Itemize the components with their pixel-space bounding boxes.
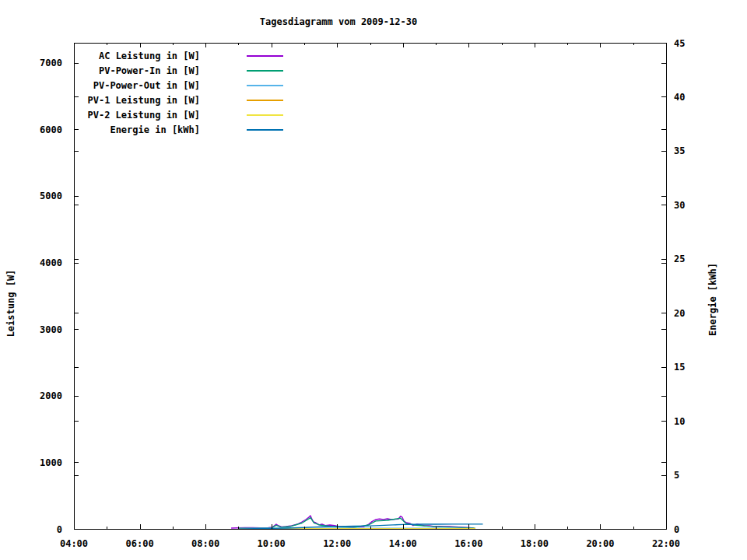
x-axis-tick-label: 22:00 [652,538,680,549]
legend-item-label: PV-2 Leistung in [W] [75,110,200,121]
y-left-tick-label: 4000 [40,257,62,268]
legend-item: PV-Power-Out in [W] [75,78,283,93]
legend-item-line-sample [247,129,283,131]
x-axis-tick-label: 08:00 [191,538,219,549]
y-right-tick-label: 45 [674,38,685,49]
legend-item-line-sample [247,114,283,116]
y-right-tick-label: 30 [674,200,685,211]
legend-item: PV-1 Leistung in [W] [75,93,283,107]
x-axis-tick-label: 10:00 [258,538,286,549]
y-right-tick-label: 40 [674,92,685,103]
legend-item: Energie in [kWh] [75,122,283,137]
chart-legend: AC Leistung in [W]PV-Power-In in [W]PV-P… [75,48,283,137]
x-axis-tick-label: 20:00 [586,538,614,549]
legend-item-label: AC Leistung in [W] [75,51,200,61]
legend-item-label: PV-Power-Out in [W] [75,80,200,91]
legend-item: PV-2 Leistung in [W] [75,107,283,122]
y-left-tick-label: 3000 [40,324,62,335]
y-right-tick-label: 5 [674,470,679,481]
y-left-tick-label: 1000 [40,457,62,468]
x-axis-tick-label: 04:00 [60,538,88,549]
y-right-tick-label: 0 [674,524,679,535]
legend-item-label: PV-Power-In in [W] [75,65,200,76]
legend-item-label: PV-1 Leistung in [W] [75,95,200,106]
y-right-tick-label: 15 [674,362,685,373]
legend-item-line-sample [247,100,283,101]
legend-item-line-sample [247,85,283,86]
y-left-tick-label: 5000 [40,191,62,201]
legend-item-line-sample [247,70,283,72]
chart-title: Tagesdiagramm vom 2009-12-30 [260,16,417,27]
x-axis-tick-label: 14:00 [389,538,417,549]
x-axis-tick-label: 06:00 [125,538,153,549]
y-right-tick-label: 35 [674,145,685,156]
y-right-tick-label: 10 [674,416,685,427]
y-right-axis-title: Energie [kWh] [707,263,718,336]
y-left-tick-label: 0 [57,524,62,535]
series-line-2 [238,518,475,529]
y-right-tick-label: 25 [674,254,685,264]
x-axis-tick-label: 12:00 [323,538,351,549]
y-left-tick-label: 2000 [40,390,62,401]
x-axis-tick-label: 16:00 [454,538,482,549]
legend-item: AC Leistung in [W] [75,48,283,63]
x-axis-tick-label: 18:00 [521,538,549,549]
legend-item-label: Energie in [kWh] [75,124,200,135]
legend-item: PV-Power-In in [W] [75,63,283,78]
y-left-axis-title: Leistung [W] [5,270,16,338]
legend-item-line-sample [247,55,283,57]
y-right-tick-label: 20 [674,308,685,319]
y-left-tick-label: 6000 [40,124,62,135]
y-left-tick-label: 7000 [40,58,62,68]
